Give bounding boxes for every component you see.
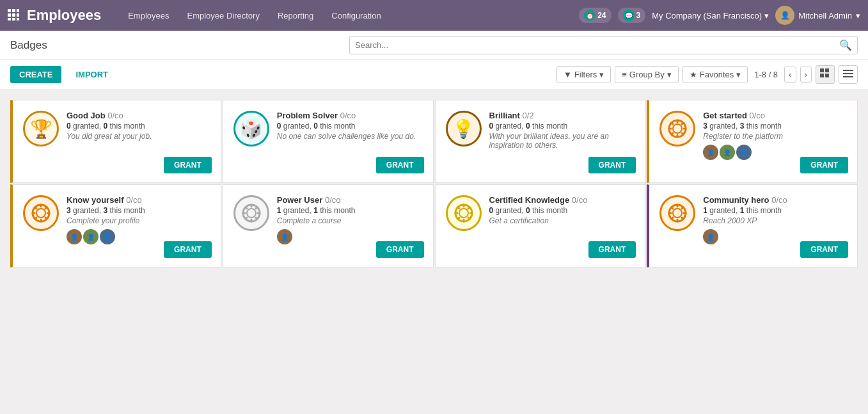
grant-button[interactable]: GRANT (588, 157, 636, 173)
badge-description: Reach 2000 XP (703, 216, 847, 225)
grant-button[interactable]: GRANT (800, 241, 848, 258)
mini-avatar: 👤 (83, 229, 99, 244)
nav-employees[interactable]: Employees (120, 7, 177, 24)
svg-line-23 (672, 123, 673, 124)
activity-badge[interactable]: ⏰ 24 (579, 8, 611, 23)
mini-avatar: 👤 (277, 229, 292, 244)
grant-button[interactable]: GRANT (800, 157, 848, 173)
kanban-view-button[interactable] (816, 65, 835, 84)
badge-description: With your brilliant ideas, you are an in… (489, 132, 635, 150)
company-selector[interactable]: My Company (San Francisco) ▾ (652, 11, 769, 20)
svg-rect-13 (843, 70, 853, 71)
svg-rect-2 (17, 9, 19, 12)
grant-button[interactable]: GRANT (588, 241, 636, 258)
badge-name: Brilliant 0/2 (489, 111, 635, 120)
badge-top: Power User 0/co 1 granted, 1 this month … (233, 195, 423, 244)
main-menu: Employees Employee Directory Reporting C… (120, 7, 579, 24)
badge-limit: 0/co (107, 111, 123, 120)
badge-stats: 3 granted, 3 this month (67, 206, 210, 215)
badge-top: Certified Knowledge 0/co 0 granted, 0 th… (446, 195, 635, 231)
user-menu[interactable]: 👤 Mitchell Admin ▾ (775, 6, 860, 25)
badge-icon (446, 195, 482, 231)
svg-rect-10 (825, 68, 829, 72)
badge-card: 🎲 Problem Solver 0/co 0 granted, 0 this … (223, 100, 434, 183)
favorites-label: Favorites (700, 70, 734, 79)
mini-avatar: 👤 (703, 229, 718, 244)
topbar-right: ⏰ 24 💬 3 My Company (San Francisco) ▾ 👤 … (579, 6, 860, 25)
filters-dropdown-icon: ▾ (599, 70, 604, 79)
svg-line-45 (256, 207, 257, 209)
badge-name: Problem Solver 0/co (277, 111, 423, 120)
grant-button[interactable]: GRANT (376, 157, 424, 173)
groupby-icon: ≡ (622, 70, 627, 79)
badge-name: Power User 0/co (277, 195, 423, 205)
badge-stats: 0 granted, 0 this month (67, 122, 210, 131)
svg-line-35 (45, 207, 47, 209)
mini-avatar: 👤 (703, 145, 718, 160)
nav-reporting[interactable]: Reporting (270, 7, 321, 24)
svg-line-61 (672, 218, 673, 219)
svg-line-53 (457, 207, 459, 209)
favorites-button[interactable]: ★ Favorites ▾ (683, 66, 748, 83)
filter-icon: ▼ (564, 70, 572, 79)
badge-name: Get started 0/co (703, 111, 847, 120)
app-title: Employees (27, 7, 101, 24)
message-icon: 💬 (623, 10, 635, 21)
svg-line-59 (682, 218, 683, 219)
groupby-label: Group By (629, 70, 665, 79)
mini-avatar: 👤 (720, 145, 735, 160)
svg-line-25 (682, 123, 683, 124)
badge-info: Good Job 0/co 0 granted, 0 this month Yo… (67, 111, 210, 141)
badge-card: 🏆 Good Job 0/co 0 granted, 0 this month … (10, 100, 221, 183)
badge-info: Power User 0/co 1 granted, 1 this month … (277, 195, 423, 244)
create-button[interactable]: CREATE (10, 66, 61, 83)
svg-line-19 (682, 133, 683, 134)
badge-description: Complete your profile (67, 216, 210, 225)
badge-info: Problem Solver 0/co 0 granted, 0 this mo… (277, 111, 423, 141)
toolbar-right: ▼ Filters ▾ ≡ Group By ▾ ★ Favorites ▾ 1… (556, 65, 858, 84)
badge-card: Know yourself 0/co 3 granted, 3 this mon… (10, 184, 221, 267)
favorites-dropdown-icon: ▾ (736, 70, 741, 79)
svg-rect-0 (8, 9, 11, 12)
svg-rect-14 (843, 73, 853, 74)
prev-page-button[interactable]: ‹ (784, 67, 796, 83)
badge-grid: 🏆 Good Job 0/co 0 granted, 0 this month … (10, 100, 858, 267)
next-page-button[interactable]: › (800, 67, 812, 83)
svg-rect-7 (12, 18, 15, 20)
message-count: 3 (636, 11, 641, 20)
badge-stats: 3 granted, 3 this month (703, 122, 847, 131)
filters-button[interactable]: ▼ Filters ▾ (556, 66, 611, 83)
grant-button[interactable]: GRANT (376, 241, 424, 258)
badge-info: Community hero 0/co 1 granted, 1 this mo… (703, 195, 847, 244)
badge-card: Power User 0/co 1 granted, 1 this month … (223, 184, 434, 267)
mini-avatar: 👤 (736, 145, 752, 160)
badge-limit: 0/co (340, 111, 356, 120)
svg-rect-5 (17, 13, 19, 17)
svg-line-63 (672, 207, 673, 209)
company-name: My Company (San Francisco) (652, 11, 762, 20)
message-badge[interactable]: 💬 3 (618, 8, 646, 23)
page-title: Badges (10, 39, 47, 52)
badge-description: You did great at your job. (67, 132, 210, 141)
main-content: 🏆 Good Job 0/co 0 granted, 0 this month … (0, 90, 868, 278)
svg-line-33 (35, 207, 36, 209)
grant-button[interactable]: GRANT (164, 241, 212, 258)
nav-employee-directory[interactable]: Employee Directory (179, 7, 267, 24)
nav-configuration[interactable]: Configuration (324, 7, 388, 24)
toolbar: CREATE IMPORT ▼ Filters ▾ ≡ Group By ▾ ★… (0, 60, 868, 90)
grant-button[interactable]: GRANT (164, 157, 212, 173)
svg-rect-3 (8, 13, 11, 17)
grid-menu-icon[interactable] (8, 9, 19, 22)
groupby-button[interactable]: ≡ Group By ▾ (615, 66, 679, 83)
badge-top: 💡 Brilliant 0/2 0 granted, 0 this month … (446, 111, 635, 150)
badge-icon (23, 195, 59, 231)
search-icon[interactable]: 🔍 (839, 39, 852, 51)
badge-stats: 1 granted, 1 this month (277, 206, 423, 215)
import-button[interactable]: IMPORT (67, 66, 117, 83)
search-input[interactable] (355, 40, 839, 50)
activity-icon: ⏰ (584, 10, 596, 21)
svg-rect-9 (820, 68, 824, 72)
pagination-info: 1-8 / 8 (754, 70, 778, 79)
badge-card: Community hero 0/co 1 granted, 1 this mo… (647, 184, 858, 267)
list-view-button[interactable] (839, 65, 858, 84)
